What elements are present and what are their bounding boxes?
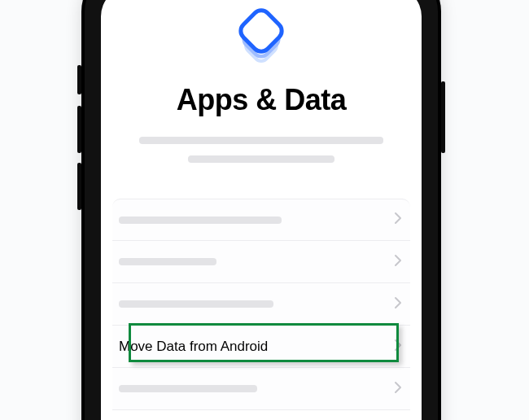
phone-screen: Apps & Data <box>101 0 422 420</box>
option-label: Move Data from Android <box>119 339 268 355</box>
setup-content: Apps & Data <box>101 0 422 410</box>
chevron-right-icon <box>394 339 402 355</box>
option-row-3[interactable] <box>112 283 410 326</box>
stage: Apps & Data <box>0 0 529 420</box>
power-button <box>441 81 445 153</box>
svg-rect-2 <box>237 7 285 55</box>
option-row-5[interactable] <box>112 368 410 410</box>
option-placeholder <box>119 300 273 308</box>
subtitle-line-1 <box>139 137 383 144</box>
chevron-right-icon <box>394 296 402 313</box>
option-placeholder <box>119 217 282 224</box>
chevron-right-icon <box>394 254 402 270</box>
option-row-2[interactable] <box>112 241 410 283</box>
mute-switch <box>77 65 81 94</box>
stacked-squares-icon <box>230 2 293 68</box>
phone-frame: Apps & Data <box>81 0 441 420</box>
volume-up-button <box>77 106 81 153</box>
option-row-move-android[interactable]: Move Data from Android <box>112 326 410 368</box>
option-placeholder <box>119 385 257 392</box>
page-title: Apps & Data <box>101 83 422 117</box>
chevron-right-icon <box>394 381 402 397</box>
options-list: Move Data from Android <box>101 199 422 410</box>
option-row-1[interactable] <box>112 199 410 241</box>
volume-down-button <box>77 163 81 210</box>
chevron-right-icon <box>394 212 402 228</box>
header-icon-wrap <box>101 2 422 68</box>
subtitle-placeholder <box>101 137 422 163</box>
subtitle-line-2 <box>188 155 334 163</box>
option-placeholder <box>119 258 216 265</box>
phone-bezel: Apps & Data <box>85 0 438 420</box>
